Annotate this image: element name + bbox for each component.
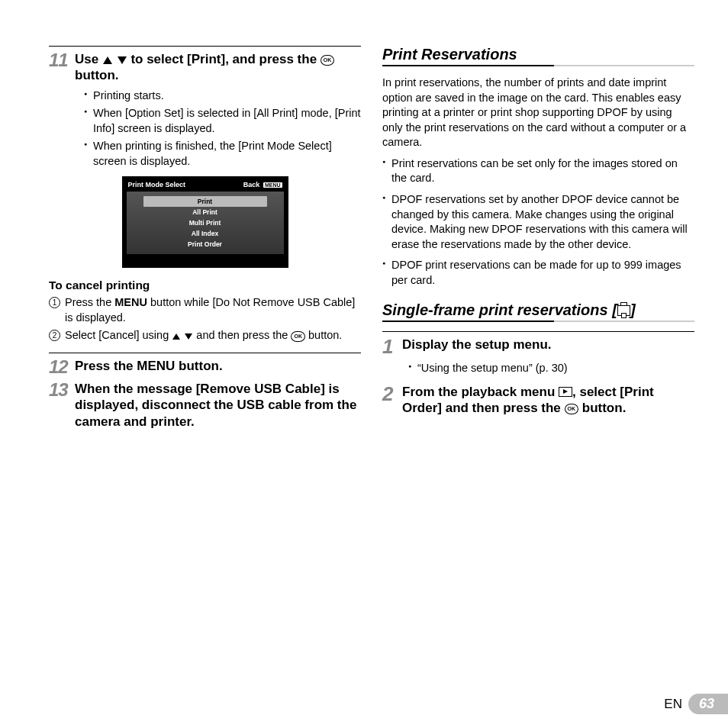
screen-title: Print Mode Select: [128, 181, 186, 188]
step-heading: From the playback menu , select [Print O…: [402, 384, 694, 417]
footer-tab: 63: [688, 694, 728, 714]
nav-down-icon: [185, 333, 192, 340]
ok-button-icon: OK: [321, 55, 335, 66]
text: and then press the: [196, 329, 291, 341]
text: button.: [175, 359, 222, 373]
step-13: 13 When the message [Remove USB Cable] i…: [49, 381, 361, 430]
bullet-item: Print reservations can be set only for t…: [382, 156, 694, 186]
text: Press the: [75, 359, 137, 373]
step-12: 12 Press the MENU button.: [49, 358, 361, 376]
text: to select [Print], and press the: [130, 52, 320, 66]
footer-page-number: 63: [699, 696, 714, 711]
reservation-notes: Print reservations can be set only for t…: [382, 156, 694, 288]
screen-back: Back MENU: [243, 181, 282, 188]
text: button.: [75, 68, 119, 82]
text: ]: [630, 301, 636, 318]
step-2: 2 From the playback menu , select [Print…: [382, 384, 694, 417]
step-1: 1 Display the setup menu.: [382, 337, 694, 356]
menu-badge-icon: MENU: [263, 182, 282, 188]
text: button.: [305, 329, 342, 341]
text: Select [Cancel] using: [65, 329, 172, 341]
bullet-item: DPOF print reservations can be made for …: [382, 258, 694, 288]
ok-button-icon: OK: [565, 404, 579, 414]
step-number: 13: [49, 381, 75, 399]
screen-header: Print Mode Select Back MENU: [127, 181, 284, 192]
playback-icon: [559, 387, 572, 397]
step-11-bullets: Printing starts. When [Option Set] is se…: [84, 89, 361, 169]
footer-language: EN: [664, 697, 682, 712]
right-column: Print Reservations In print reservations…: [382, 46, 694, 434]
step-heading: When the message [Remove USB Cable] is d…: [75, 381, 361, 430]
nav-down-icon: [118, 56, 127, 64]
text: Press the MENU button while [Do Not Remo…: [65, 295, 361, 325]
section-rule: [382, 321, 694, 322]
manual-page: 11 Use to select [Print], and press the …: [0, 0, 728, 434]
cancel-step-2: 2 Select [Cancel] using and then press t…: [49, 328, 361, 343]
step-number: 12: [49, 358, 75, 376]
intro-text: In print reservations, the number of pri…: [382, 76, 694, 150]
cancel-step-1: 1 Press the MENU button while [Do Not Re…: [49, 295, 361, 325]
text: Press the: [65, 296, 114, 308]
screen-menu: Print All Print Multi Print All Index Pr…: [127, 192, 284, 254]
bullet-item: When printing is finished, the [Print Mo…: [84, 139, 361, 169]
section-title-print-reservations: Print Reservations: [382, 46, 694, 65]
step-heading: Use to select [Print], and press the OK …: [75, 51, 361, 84]
bullet-item: When [Option Set] is selected in [All Pr…: [84, 106, 361, 136]
step-number: 1: [382, 337, 402, 356]
menu-item-multi-print: Multi Print: [143, 217, 267, 228]
cancel-steps: 1 Press the MENU button while [Do Not Re…: [49, 295, 361, 343]
text: From the playback menu: [402, 385, 559, 399]
bullet-item: DPOF reservations set by another DPOF de…: [382, 192, 694, 252]
nav-up-icon: [172, 333, 180, 340]
left-column: 11 Use to select [Print], and press the …: [49, 46, 361, 434]
camera-screen: Print Mode Select Back MENU Print All Pr…: [122, 176, 288, 268]
step-heading: Display the setup menu.: [402, 337, 552, 353]
menu-item-print-order: Print Order: [143, 239, 267, 250]
step-number: 11: [49, 51, 75, 69]
nav-up-icon: [103, 56, 112, 64]
menu-item-all-print: All Print: [143, 207, 267, 217]
menu-label: MENU: [114, 296, 147, 308]
bullet-item: “Using the setup menu” (p. 30): [408, 361, 694, 376]
circled-number-icon: 2: [49, 330, 60, 341]
menu-item-all-index: All Index: [143, 228, 267, 239]
ok-button-icon: OK: [291, 331, 305, 342]
section-rule: [382, 65, 694, 66]
bullet-item: Printing starts.: [84, 89, 361, 104]
back-label: Back: [243, 181, 260, 188]
text: button.: [578, 401, 626, 415]
menu-item-print: Print: [143, 196, 267, 207]
text: Use: [75, 52, 102, 66]
rule: [49, 353, 361, 353]
page-footer: EN 63: [664, 694, 728, 714]
text: Single-frame print reservations [: [382, 301, 617, 318]
step-heading: Press the MENU button.: [75, 358, 223, 374]
step-number: 2: [382, 384, 402, 404]
section-title-single-frame: Single-frame print reservations []: [382, 301, 694, 321]
text: Select [Cancel] using and then press the…: [65, 328, 342, 343]
step-1-bullets: “Using the setup menu” (p. 30): [408, 361, 694, 376]
menu-label: MENU: [137, 359, 175, 373]
print-order-icon: [617, 305, 630, 316]
circled-number-icon: 1: [49, 297, 60, 308]
rule: [382, 331, 694, 332]
top-rule: [49, 46, 361, 47]
step-11: 11 Use to select [Print], and press the …: [49, 51, 361, 84]
cancel-heading: To cancel printing: [49, 279, 361, 292]
